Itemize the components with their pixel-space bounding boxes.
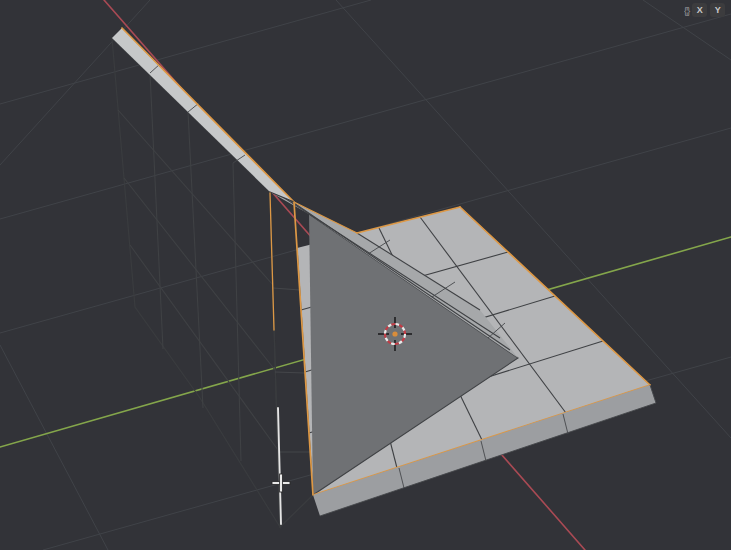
blender-3d-viewport-screenshot: { "window": {"app": "Blender", "view": "… (0, 0, 731, 550)
key-badge-y: Y (710, 3, 725, 17)
object-origin-dot (392, 331, 397, 336)
keycast-overlay: {¦} X Y (684, 2, 731, 18)
key-badge-x: X (692, 3, 707, 17)
viewport-3d[interactable] (0, 0, 731, 550)
keyboard-brackets-icon: {¦} (684, 3, 689, 18)
